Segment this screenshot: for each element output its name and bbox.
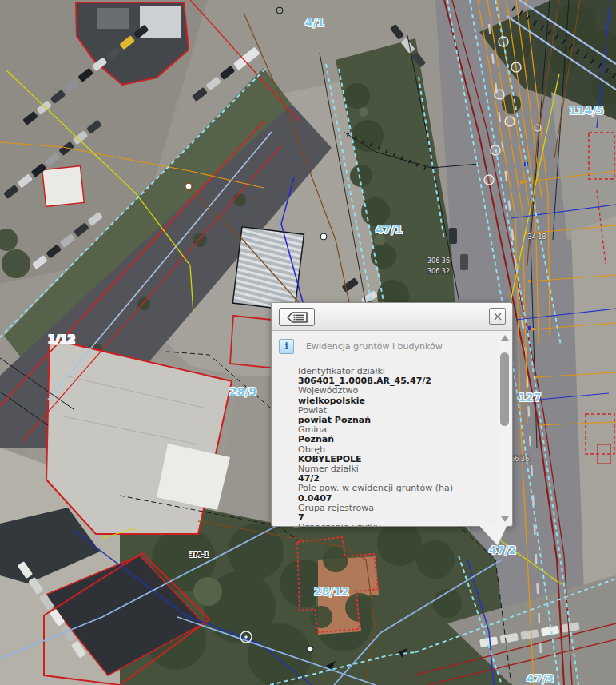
map-viewport[interactable]: 4/1114/547/11/1228/912747/228/1247/33M-1… xyxy=(0,0,616,685)
field-label: Pole pow. w ewidencji gruntów (ha) xyxy=(298,484,482,493)
close-icon xyxy=(493,312,503,321)
parcel-fields: Identyfikator działki306401_1.0008.AR_45… xyxy=(298,367,482,526)
back-to-results-list-button[interactable] xyxy=(279,308,315,326)
field-value: Poznań xyxy=(298,435,482,444)
field-label: Oznaczenie użytku xyxy=(298,523,482,526)
field-label: Grupa rejestrowa xyxy=(298,504,482,513)
layer-title: Ewidencja gruntów i budynków xyxy=(306,341,443,352)
scrollbar-thumb[interactable] xyxy=(500,352,509,426)
arrow-up-icon xyxy=(501,335,509,341)
field-value: 0.0407 xyxy=(298,494,482,504)
scroll-down-button[interactable] xyxy=(498,513,511,524)
popup-header xyxy=(272,303,512,331)
field-label: Numer działki xyxy=(298,464,482,474)
field-label: Województwo xyxy=(298,386,482,396)
results-list-icon xyxy=(286,311,308,324)
field-value: wielkopolskie xyxy=(298,396,482,406)
field-label: Obręb xyxy=(298,445,482,455)
popup-callout-tail xyxy=(478,525,510,548)
feature-info-popup: i Ewidencja gruntów i budynków Identyfik… xyxy=(271,302,513,527)
close-button[interactable] xyxy=(489,308,506,325)
info-icon: i xyxy=(279,339,294,354)
popup-body: i Ewidencja gruntów i budynków Identyfik… xyxy=(272,331,512,526)
arrow-down-icon xyxy=(501,516,509,522)
layer-title-row: i Ewidencja gruntów i budynków xyxy=(279,339,512,354)
scroll-up-button[interactable] xyxy=(498,332,511,343)
popup-scrollbar[interactable] xyxy=(498,332,511,524)
